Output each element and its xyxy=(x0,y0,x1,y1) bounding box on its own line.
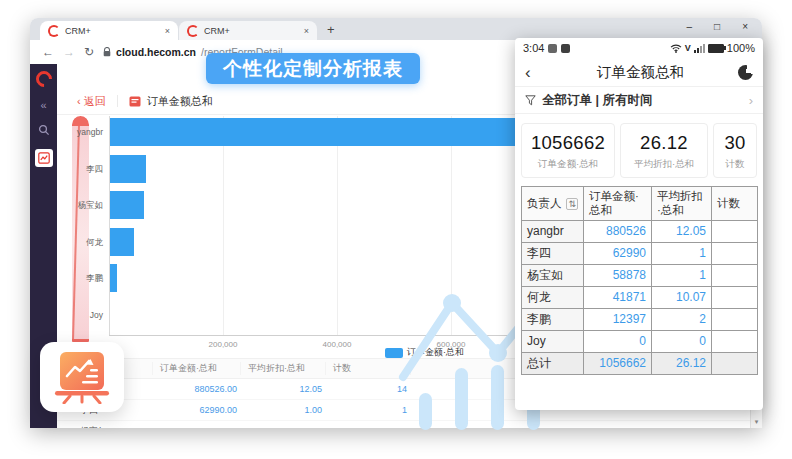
row-count: 1 xyxy=(326,426,411,428)
x-tick-label: 600,000 xyxy=(419,340,483,349)
phone-summary-row: 1056662订单金额·总和26.12平均折扣·总和30计数 xyxy=(515,114,763,184)
url-host: cloud.hecom.cn xyxy=(116,46,196,58)
grid-line xyxy=(451,116,452,335)
tab-close-icon[interactable]: × xyxy=(304,26,309,36)
new-tab-button[interactable]: + xyxy=(327,23,335,36)
bar-何龙[interactable] xyxy=(110,228,134,256)
summary-tile[interactable]: 26.12平均折扣·总和 xyxy=(620,123,708,178)
phone-status-bar: 3:04 V 100% xyxy=(515,38,763,58)
battery-icon xyxy=(708,44,724,53)
summary-label: 订单金额·总和 xyxy=(522,158,614,171)
browser-tab[interactable]: CRM+× xyxy=(179,21,317,40)
phone-row-name: 杨宝如 xyxy=(522,264,584,286)
phone-table-row[interactable]: 杨宝如588781 xyxy=(522,264,758,286)
back-link[interactable]: ‹ 返回 xyxy=(77,94,106,109)
header-divider xyxy=(117,95,118,107)
tab-label: CRM+ xyxy=(65,26,91,36)
phone-table-row[interactable]: 何龙4187110.07 xyxy=(522,286,758,308)
phone-back-icon[interactable]: ‹ xyxy=(525,64,543,81)
scroll-down-icon[interactable]: ▾ xyxy=(751,418,762,426)
column-header: 计数 xyxy=(326,362,411,375)
phone-row-name: Joy xyxy=(522,330,584,352)
signal-icon xyxy=(694,44,705,53)
search-icon[interactable] xyxy=(38,124,50,136)
row-discount: 1.00 xyxy=(241,405,326,415)
bar-李鹏[interactable] xyxy=(110,264,117,292)
phone-table-row[interactable]: 李鹏123972 xyxy=(522,308,758,330)
phone-table-row[interactable]: 总计105666226.12 xyxy=(522,352,758,374)
phone-row-name: 李四 xyxy=(522,242,584,264)
funnel-icon xyxy=(525,95,536,106)
sort-icon[interactable]: ⇅ xyxy=(566,198,578,210)
browser-tab-bar: CRM+×CRM+× + – □ × xyxy=(30,18,762,40)
back-chevron-icon: ‹ xyxy=(77,95,81,107)
category-label: 杨宝如 xyxy=(57,200,103,212)
page-title: 订单金额总和 xyxy=(147,94,213,109)
category-label: 何龙 xyxy=(57,237,103,249)
row-amount: 58878.00 xyxy=(153,426,241,428)
phone-row-discount: 2 xyxy=(652,308,712,330)
summary-tile[interactable]: 1056662订单金额·总和 xyxy=(521,123,615,178)
phone-row-name: 何龙 xyxy=(522,286,584,308)
phone-table-row[interactable]: yangbr88052612.05 xyxy=(522,220,758,242)
collapse-sidebar-icon[interactable]: « xyxy=(40,100,46,111)
phone-row-name: 总计 xyxy=(522,352,584,374)
pie-chart-icon[interactable] xyxy=(738,65,753,80)
phone-column-header: 订单金额·总和 xyxy=(584,187,652,221)
category-label: Joy xyxy=(57,310,103,320)
phone-row-amount: 62990 xyxy=(584,242,652,264)
minimize-button[interactable]: – xyxy=(687,21,693,32)
browser-tab[interactable]: CRM+× xyxy=(40,21,178,40)
legend-swatch xyxy=(385,348,403,358)
grid-line xyxy=(337,116,338,335)
row-count: 1 xyxy=(326,405,411,415)
phone-column-header: 平均折扣·总和 xyxy=(652,187,712,221)
phone-header-label: 负责人 xyxy=(527,197,562,209)
window-controls: – □ × xyxy=(687,21,748,32)
notification-app-icon xyxy=(561,44,570,53)
phone-header-label: 平均折扣·总和 xyxy=(657,190,703,216)
phone-row-discount: 1 xyxy=(652,242,712,264)
category-label: yangbr xyxy=(57,127,103,137)
status-time: 3:04 xyxy=(523,42,544,54)
maximize-button[interactable]: □ xyxy=(714,21,720,32)
summary-label: 计数 xyxy=(714,158,756,171)
phone-nav-bar: ‹ 订单金额总和 xyxy=(515,58,763,87)
back-label: 返回 xyxy=(84,94,106,109)
summary-value: 30 xyxy=(714,132,756,154)
bar-杨宝如[interactable] xyxy=(110,191,144,219)
phone-row-name: 李鹏 xyxy=(522,308,584,330)
phone-row-amount: 880526 xyxy=(584,220,652,242)
summary-tile[interactable]: 30计数 xyxy=(713,123,757,178)
row-name: 杨宝如 xyxy=(57,425,153,429)
battery-percent: 100% xyxy=(727,42,755,54)
phone-header-label: 计数 xyxy=(717,197,740,209)
filter-label: 全部订单 | 所有时间 xyxy=(542,92,652,109)
volte-icon: V xyxy=(685,43,691,53)
back-icon[interactable]: ← xyxy=(42,46,54,58)
phone-filter-row[interactable]: 全部订单 | 所有时间 › xyxy=(515,87,763,114)
close-window-button[interactable]: × xyxy=(742,21,748,32)
bar-李四[interactable] xyxy=(110,155,146,183)
phone-table-header-row: 负责人⇅订单金额·总和平均折扣·总和计数 xyxy=(522,187,758,221)
tab-strip: CRM+×CRM+× xyxy=(40,21,317,40)
datazoom-top-handle[interactable] xyxy=(72,116,89,126)
phone-row-discount: 1 xyxy=(652,264,712,286)
tab-close-icon[interactable]: × xyxy=(165,26,170,36)
refresh-icon[interactable]: ↻ xyxy=(84,46,94,58)
table-row[interactable]: 杨宝如58878.001.001 xyxy=(57,421,751,428)
notification-photo-icon xyxy=(548,44,557,53)
forward-icon[interactable]: → xyxy=(63,46,75,58)
report-app-card xyxy=(40,342,124,412)
wifi-icon xyxy=(670,44,682,53)
chevron-right-icon: › xyxy=(749,93,753,108)
grid-line xyxy=(223,116,224,335)
datazoom-shadow-line xyxy=(72,125,80,340)
phone-row-count xyxy=(712,264,758,286)
phone-row-count xyxy=(712,330,758,352)
phone-row-amount: 0 xyxy=(584,330,652,352)
phone-table-row[interactable]: Joy00 xyxy=(522,330,758,352)
reports-nav-icon[interactable] xyxy=(35,149,53,167)
phone-table-row[interactable]: 李四629901 xyxy=(522,242,758,264)
phone-row-count xyxy=(712,242,758,264)
